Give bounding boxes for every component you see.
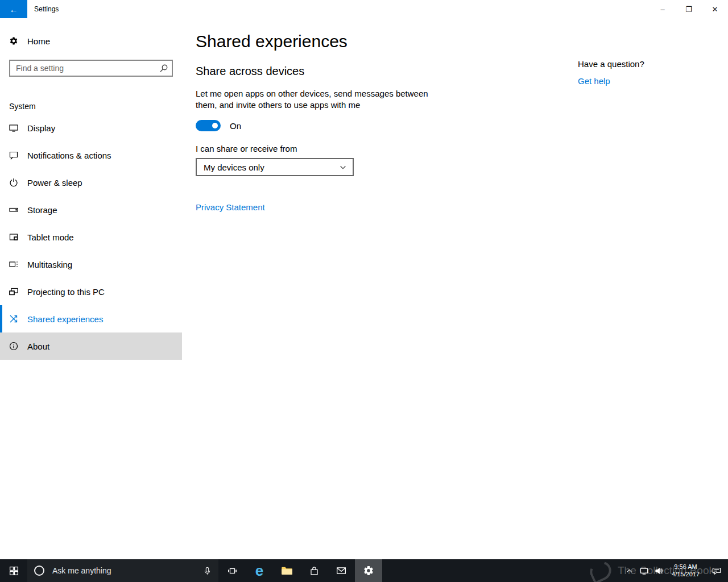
sidebar-item-label: Notifications & actions xyxy=(27,151,111,160)
sidebar-item-power-sleep[interactable]: Power & sleep xyxy=(0,169,182,196)
store-button[interactable] xyxy=(300,559,328,582)
tablet-icon xyxy=(9,232,18,242)
action-center-icon[interactable] xyxy=(705,559,728,582)
sidebar-item-label: About xyxy=(27,342,49,351)
taskbar-clock[interactable]: 9:56 AM 4/15/2017 xyxy=(672,563,700,578)
back-arrow-icon: ← xyxy=(10,5,18,14)
start-button[interactable] xyxy=(0,559,27,582)
chevron-down-icon xyxy=(339,163,347,171)
power-icon xyxy=(9,178,18,187)
search-icon xyxy=(159,64,168,73)
privacy-statement-link[interactable]: Privacy Statement xyxy=(196,202,265,212)
sidebar-item-label: Projecting to this PC xyxy=(27,287,105,297)
sidebar-home-label: Home xyxy=(27,36,50,46)
sidebar-item-projecting[interactable]: Projecting to this PC xyxy=(0,278,182,305)
mail-button[interactable] xyxy=(328,559,355,582)
share-toggle-row: On xyxy=(196,120,728,131)
sidebar-item-about[interactable]: About xyxy=(0,332,182,360)
mail-icon xyxy=(336,566,346,576)
have-a-question-label: Have a question? xyxy=(578,59,714,69)
share-from-dropdown[interactable]: My devices only xyxy=(196,158,354,176)
windows-logo-icon xyxy=(9,566,19,576)
sidebar-item-label: Storage xyxy=(27,205,57,215)
file-explorer-button[interactable] xyxy=(273,559,300,582)
sidebar-item-shared-experiences[interactable]: Shared experiences xyxy=(0,305,182,332)
window-title: Settings xyxy=(34,5,59,13)
page-title: Shared experiences xyxy=(196,32,728,51)
edge-button[interactable]: e xyxy=(246,559,273,582)
get-help-link[interactable]: Get help xyxy=(578,76,610,86)
storage-icon xyxy=(9,205,18,214)
multitasking-icon xyxy=(9,260,18,269)
share-from-label: I can share or receive from xyxy=(196,144,728,153)
task-view-button[interactable] xyxy=(218,559,246,582)
sidebar-item-multitasking[interactable]: Multitasking xyxy=(0,251,182,278)
watermark-logo xyxy=(587,558,615,582)
titlebar: ← Settings – ❐ ✕ xyxy=(0,0,728,18)
sidebar-item-notifications[interactable]: Notifications & actions xyxy=(0,142,182,169)
sidebar-item-display[interactable]: Display xyxy=(0,114,182,142)
clock-date: 4/15/2017 xyxy=(672,571,700,578)
share-description: Let me open apps on other devices, send … xyxy=(196,88,429,111)
taskbar: Ask me anything e xyxy=(0,559,728,582)
task-view-icon xyxy=(228,566,237,576)
store-icon xyxy=(309,566,319,576)
help-column: Have a question? Get help xyxy=(578,59,714,86)
maximize-icon: ❐ xyxy=(685,5,692,14)
sidebar-item-storage[interactable]: Storage xyxy=(0,196,182,223)
sidebar-item-label: Display xyxy=(27,123,55,133)
back-button[interactable]: ← xyxy=(0,0,27,18)
taskbar-search-placeholder: Ask me anything xyxy=(52,566,203,575)
toggle-knob xyxy=(212,123,218,128)
minimize-icon: – xyxy=(660,5,664,14)
main-content: Shared experiences Share across devices … xyxy=(196,18,728,559)
share-toggle[interactable] xyxy=(196,120,221,131)
toggle-state-label: On xyxy=(230,121,241,131)
maximize-button[interactable]: ❐ xyxy=(676,0,702,18)
settings-taskbar-button[interactable] xyxy=(355,559,382,582)
window-controls: – ❐ ✕ xyxy=(650,0,728,18)
minimize-button[interactable]: – xyxy=(650,0,676,18)
info-icon xyxy=(9,342,18,351)
edge-icon: e xyxy=(255,563,263,578)
system-tray: 9:56 AM 4/15/2017 xyxy=(622,559,728,582)
sidebar-item-label: Shared experiences xyxy=(27,314,103,324)
search-input[interactable] xyxy=(9,60,173,77)
network-display-icon[interactable] xyxy=(636,559,651,582)
projecting-icon xyxy=(9,287,18,296)
close-icon: ✕ xyxy=(712,5,718,14)
microphone-icon[interactable] xyxy=(203,567,212,575)
display-icon xyxy=(9,123,18,132)
sidebar-item-home[interactable]: Home xyxy=(0,30,182,52)
chevron-up-icon[interactable] xyxy=(622,559,636,582)
settings-gear-icon xyxy=(363,565,374,576)
sidebar-item-label: Multitasking xyxy=(27,260,72,269)
cortana-icon xyxy=(34,566,44,576)
close-button[interactable]: ✕ xyxy=(702,0,728,18)
find-setting-search xyxy=(9,60,173,77)
speaker-icon[interactable] xyxy=(651,559,666,582)
sidebar-item-label: Power & sleep xyxy=(27,178,82,188)
sidebar-section-system: System xyxy=(9,102,182,111)
sidebar-item-label: Tablet mode xyxy=(27,232,74,242)
file-explorer-icon xyxy=(281,565,292,576)
cortana-search-box[interactable]: Ask me anything xyxy=(27,559,218,582)
notifications-icon xyxy=(9,151,18,160)
shared-experiences-icon xyxy=(9,314,18,323)
gear-icon xyxy=(9,36,18,45)
clock-time: 9:56 AM xyxy=(672,563,700,571)
sidebar-item-tablet-mode[interactable]: Tablet mode xyxy=(0,223,182,251)
settings-sidebar: Home System Display Notifications & acti… xyxy=(0,18,182,559)
dropdown-value: My devices only xyxy=(204,163,264,172)
